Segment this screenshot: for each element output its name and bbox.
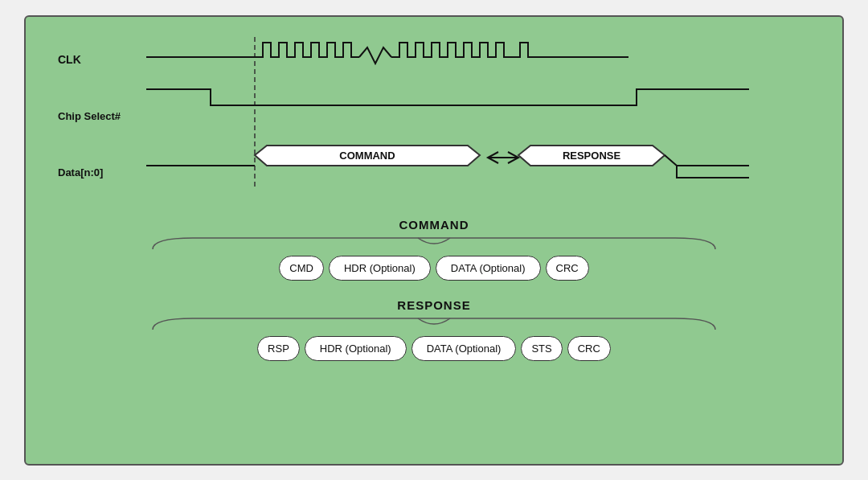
response-box-label: RESPONSE	[563, 150, 621, 162]
response-packet-group: RESPONSE RSP HDR (Optional) DATA (Option…	[50, 298, 818, 361]
command-field-cmd: CMD	[279, 256, 324, 281]
command-box-label: COMMAND	[339, 150, 395, 162]
chipsel-signal	[146, 89, 749, 105]
data-post-flat	[665, 155, 749, 166]
clk-break	[359, 47, 391, 64]
diagram-container: CLK Chip Select# Data[n:0] COMMAND	[24, 15, 844, 466]
response-field-data: DATA (Optional)	[411, 336, 517, 361]
response-field-rsp: RSP	[257, 336, 300, 361]
bottom-section: COMMAND CMD HDR (Optional) DATA (Optiona…	[50, 218, 818, 361]
response-field-hdr: HDR (Optional)	[305, 336, 407, 361]
timing-diagram-svg: CLK Chip Select# Data[n:0] COMMAND	[50, 33, 789, 210]
command-field-data: DATA (Optional)	[436, 256, 541, 281]
clk-label: CLK	[58, 53, 81, 66]
response-packet-title: RESPONSE	[397, 298, 470, 312]
timing-section: CLK Chip Select# Data[n:0] COMMAND	[50, 33, 818, 210]
response-fields: RSP HDR (Optional) DATA (Optional) STS C…	[257, 336, 611, 361]
clk-pulses-left	[255, 43, 359, 57]
chipsel-label: Chip Select#	[58, 110, 121, 122]
clk-pulses-right	[391, 43, 512, 57]
command-field-hdr: HDR (Optional)	[329, 256, 431, 281]
command-packet-group: COMMAND CMD HDR (Optional) DATA (Optiona…	[50, 218, 818, 281]
response-field-crc: CRC	[567, 336, 611, 361]
bidir-arrows	[488, 152, 518, 163]
response-field-sts: STS	[521, 336, 562, 361]
clk-post-flat	[512, 43, 628, 57]
command-field-crc: CRC	[546, 256, 589, 281]
command-packet-title: COMMAND	[399, 218, 469, 232]
response-brace-svg	[145, 315, 723, 333]
data-label: Data[n:0]	[58, 166, 103, 178]
data-step	[677, 166, 749, 178]
command-fields: CMD HDR (Optional) DATA (Optional) CRC	[279, 256, 588, 281]
command-brace-svg	[145, 235, 723, 252]
